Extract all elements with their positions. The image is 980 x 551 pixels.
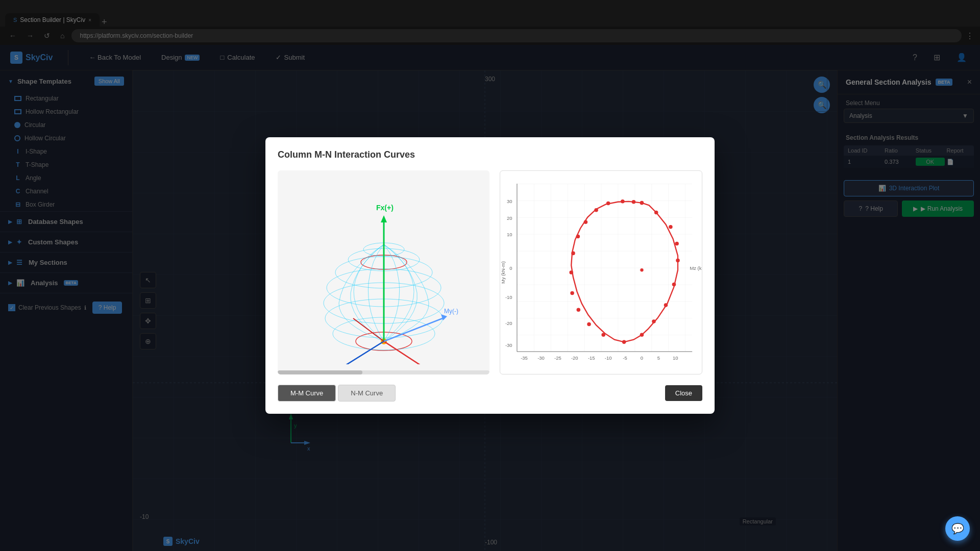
svg-point-60: [669, 225, 673, 229]
svg-text:-20: -20: [571, 355, 578, 361]
svg-point-78: [621, 199, 625, 204]
modal-tabs: M-M Curve N-M Curve: [278, 385, 396, 402]
svg-point-67: [622, 340, 626, 344]
svg-point-70: [577, 308, 581, 312]
modal-overlay[interactable]: Column M-N Interaction Curves: [0, 0, 980, 551]
modal: Column M-N Interaction Curves: [265, 137, 715, 414]
svg-line-22: [384, 341, 443, 364]
svg-text:30: 30: [507, 198, 512, 204]
modal-footer: M-M Curve N-M Curve Close: [278, 385, 702, 402]
svg-point-73: [571, 252, 575, 256]
svg-text:Fx(+): Fx(+): [376, 204, 394, 212]
svg-line-24: [323, 341, 384, 364]
svg-point-68: [601, 333, 605, 337]
svg-point-63: [672, 283, 676, 287]
3d-viz-svg: Fx(+) Fx(-) My(+) My(-) Mz(+) LC 1 : 1.0…: [297, 181, 471, 364]
nm-curve-tab[interactable]: N-M Curve: [338, 385, 396, 402]
svg-text:-30: -30: [505, 342, 512, 348]
svg-text:-30: -30: [537, 355, 545, 361]
modal-close-btn[interactable]: Close: [665, 385, 702, 401]
svg-text:10: 10: [673, 355, 678, 361]
svg-text:-20: -20: [505, 320, 512, 326]
svg-marker-21: [381, 215, 387, 222]
svg-point-72: [569, 270, 573, 274]
svg-point-58: [640, 201, 644, 205]
svg-text:Mz (kN-m): Mz (kN-m): [690, 265, 702, 271]
mm-curve-tab[interactable]: M-M Curve: [278, 385, 336, 402]
modal-scrollbar-thumb: [278, 370, 362, 374]
svg-text:-25: -25: [554, 355, 561, 361]
svg-point-65: [652, 319, 656, 323]
svg-text:0: 0: [509, 265, 512, 271]
svg-rect-36: [517, 184, 692, 352]
svg-point-64: [664, 303, 668, 307]
svg-text:My (kN-m): My (kN-m): [500, 261, 506, 284]
svg-point-69: [587, 322, 591, 327]
svg-point-76: [594, 208, 598, 212]
svg-point-71: [570, 291, 574, 295]
svg-point-59: [654, 211, 658, 215]
svg-text:10: 10: [507, 232, 512, 237]
modal-content: Fx(+) Fx(-) My(+) My(-) Mz(+) LC 1 : 1.0…: [278, 170, 702, 374]
svg-text:20: 20: [507, 215, 512, 221]
chat-icon: 💬: [951, 522, 964, 535]
svg-text:-5: -5: [623, 355, 627, 361]
modal-scrollbar[interactable]: [278, 370, 489, 374]
svg-marker-27: [441, 314, 447, 320]
svg-text:-10: -10: [505, 294, 512, 300]
svg-point-62: [676, 259, 680, 263]
svg-point-77: [606, 202, 610, 206]
svg-text:-15: -15: [588, 355, 595, 361]
chat-btn[interactable]: 💬: [945, 516, 970, 541]
svg-text:My(-): My(-): [444, 308, 458, 315]
svg-point-80: [640, 268, 644, 272]
modal-left-panel: Fx(+) Fx(-) My(+) My(-) Mz(+) LC 1 : 1.0…: [278, 170, 489, 374]
modal-title: Column M-N Interaction Curves: [278, 149, 702, 160]
svg-point-66: [640, 333, 644, 337]
modal-right-panel: 30 20 10 0 -10 -20 -30 -35 -30 -25 -20 -…: [500, 170, 702, 374]
svg-point-79: [632, 200, 636, 204]
nm-chart-svg: 30 20 10 0 -10 -20 -30 -35 -30 -25 -20 -…: [500, 171, 702, 374]
svg-text:-10: -10: [605, 355, 612, 361]
svg-text:5: 5: [657, 355, 660, 361]
svg-point-75: [584, 220, 588, 224]
svg-text:0: 0: [641, 355, 643, 361]
svg-point-74: [576, 235, 580, 239]
svg-point-61: [675, 242, 679, 246]
svg-text:-35: -35: [521, 355, 528, 361]
